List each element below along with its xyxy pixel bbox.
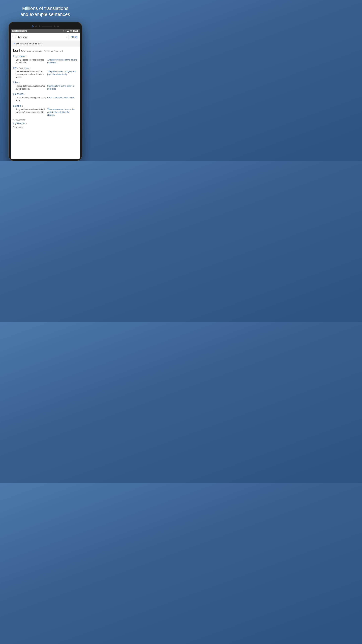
hamburger-line-3	[12, 38, 15, 38]
translation-delight: delight n Au grand bonheur des enfants, …	[13, 104, 77, 116]
bar-4	[69, 30, 69, 32]
translation-word-line-happiness: happiness n	[13, 55, 77, 58]
translation-word-line-joy: joy n (plural: joys )	[13, 66, 77, 70]
phone-screen: 🖼 📑 🤖 📋 📷 ✱ ▼ 18:01	[11, 29, 80, 159]
translation-word-line-bliss: bliss n	[13, 81, 77, 84]
phone-dot-2	[39, 26, 40, 27]
status-icons-left: 🖼 📑 🤖 📋 📷	[12, 30, 27, 32]
signal-bars	[67, 30, 69, 32]
hamburger-menu[interactable]	[12, 36, 15, 38]
examples-label: Examples:	[13, 126, 77, 128]
translation-word-line-joyfulness: joyfulness n	[13, 122, 77, 125]
icon-camera: 📷	[24, 30, 27, 32]
plural-joy: (plural: joys )	[19, 67, 30, 69]
example-en-pleasure: It was a pleasure to talk to you.	[47, 96, 77, 102]
translation-happiness: happiness n Une vie saine est l'une des …	[13, 55, 77, 64]
word-joyfulness[interactable]: joyfulness	[13, 122, 25, 125]
status-time: 18:01	[73, 30, 78, 32]
phone-dot-3	[54, 26, 55, 27]
header-title: Millions of translations and example sen…	[14, 0, 77, 22]
phone-dot-4	[57, 26, 59, 27]
language-selector[interactable]: FR-EN	[70, 36, 78, 38]
icon-bookmark: 📑	[15, 30, 18, 32]
icon-photo: 🖼	[12, 30, 15, 32]
example-pair-happiness: Une vie saine est l'une des clés du bonh…	[16, 58, 77, 64]
example-fr-bliss: Passer du temps à la plage, c'est du pur…	[16, 85, 46, 90]
example-pair-delight: Au grand bonheur des enfants, il y avait…	[16, 108, 77, 116]
plural-gender: m	[60, 50, 61, 52]
main-word: bonheur	[13, 48, 27, 53]
plural-label: (plural:	[44, 50, 50, 52]
word-pleasure[interactable]: pleasure	[13, 92, 23, 96]
translation-word-line-delight: delight n	[13, 104, 77, 107]
translation-word-line-pleasure: pleasure n	[13, 92, 77, 96]
bar-3	[68, 31, 69, 32]
word-joy[interactable]: joy	[13, 66, 16, 70]
example-en-bliss: Spending time by the beach is pure bliss…	[47, 85, 77, 90]
dict-title: Dictionary French-English	[16, 42, 43, 45]
bar-2	[68, 31, 68, 32]
example-en-happiness: A healthy life is one of the keys to hap…	[47, 58, 77, 64]
icon-clipboard: 📋	[21, 30, 24, 32]
status-bar: 🖼 📑 🤖 📋 📷 ✱ ▼ 18:01	[11, 29, 80, 33]
example-fr-delight: Au grand bonheur des enfants, il y avait…	[16, 108, 46, 116]
type-bliss: n	[19, 82, 20, 84]
example-fr-happiness: Une vie saine est l'une des clés du bonh…	[16, 58, 46, 64]
word-type: noun, masculine	[27, 50, 43, 52]
battery-icon	[70, 30, 72, 32]
less-common-section: less common: joyfulness n	[13, 119, 77, 125]
bar-1	[67, 31, 68, 32]
content-area: bonheur noun, masculine (plural: bonheur…	[11, 46, 80, 159]
translation-pleasure: pleasure n Ce fut un bonheur de parler a…	[13, 92, 77, 102]
phone-dot-1	[35, 26, 37, 27]
example-fr-joy: Les petits-enfants ont apporté beaucoup …	[16, 70, 46, 78]
type-joy: n	[17, 67, 18, 69]
hamburger-line-2	[12, 37, 15, 37]
translation-joy: joy n (plural: joys ) Les petits-enfants…	[13, 66, 77, 78]
example-en-delight: There was even a clown at the party to t…	[47, 108, 77, 116]
example-pair-bliss: Passer du temps à la plage, c'est du pur…	[16, 85, 77, 90]
examples-section: Examples:	[13, 126, 77, 128]
word-happiness[interactable]: happiness	[13, 55, 25, 58]
type-pleasure: n	[24, 93, 25, 96]
status-right: ✱ ▼ 18:01	[63, 30, 78, 32]
type-delight: n	[22, 105, 23, 107]
dict-arrow: ▼	[13, 42, 15, 45]
example-pair-joy: Les petits-enfants ont apporté beaucoup …	[16, 70, 77, 78]
example-en-joy: The grandchildren brought great joy to t…	[47, 70, 77, 78]
search-query: bonheur	[18, 36, 66, 38]
word-delight[interactable]: delight	[13, 104, 21, 107]
plural-word: bonheurs	[51, 50, 59, 52]
type-happiness: n	[26, 55, 27, 58]
dictionary-header[interactable]: ▼ Dictionary French-English	[11, 41, 80, 46]
search-bar: bonheur × FR-EN	[11, 33, 80, 41]
header-section: Millions of translations and example sen…	[14, 0, 77, 22]
example-pair-pleasure: Ce fut un bonheur de parler avec vous. I…	[16, 96, 77, 102]
phone-camera	[32, 25, 34, 27]
type-joyfulness: n	[26, 122, 27, 124]
main-word-line: bonheur noun, masculine (plural: bonheur…	[13, 48, 77, 53]
hamburger-line-1	[12, 36, 15, 36]
clear-button[interactable]: ×	[66, 36, 67, 38]
icon-android: 🤖	[18, 30, 21, 32]
translation-bliss: bliss n Passer du temps à la plage, c'es…	[13, 81, 77, 90]
search-input-container[interactable]: bonheur ×	[17, 35, 69, 40]
less-common-label: less common:	[13, 119, 77, 121]
bluetooth-icon: ✱	[63, 30, 64, 32]
word-bliss[interactable]: bliss	[13, 81, 18, 84]
battery-fill	[70, 31, 71, 31]
phone-top-bar	[11, 24, 80, 29]
plural-close: )	[62, 50, 63, 52]
phone-wrapper: 🖼 📑 🤖 📋 📷 ✱ ▼ 18:01	[8, 22, 82, 161]
phone-speaker	[42, 26, 52, 27]
wifi-icon: ▼	[65, 30, 67, 32]
example-fr-pleasure: Ce fut un bonheur de parler avec vous.	[16, 96, 46, 102]
